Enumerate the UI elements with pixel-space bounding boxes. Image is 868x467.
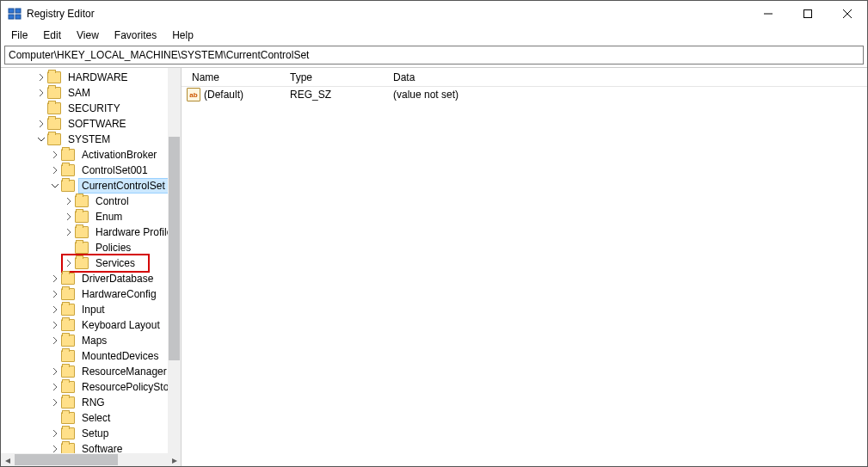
scrollbar-thumb[interactable] (15, 454, 118, 465)
tree-label: RNG (78, 395, 108, 410)
chevron-right-icon[interactable] (49, 430, 61, 437)
svg-rect-2 (9, 15, 14, 19)
chevron-right-icon[interactable] (49, 399, 61, 406)
tree-node-keyboardlayout[interactable]: Keyboard Layout (1, 317, 168, 333)
address-text: Computer\HKEY_LOCAL_MACHINE\SYSTEM\Curre… (9, 49, 309, 61)
tree-node-activationbroker[interactable]: ActivationBroker (1, 147, 168, 163)
chevron-right-icon[interactable] (49, 306, 61, 313)
menu-file[interactable]: File (4, 28, 34, 43)
chevron-right-icon[interactable] (49, 322, 61, 329)
tree-node-control[interactable]: Control (1, 194, 168, 209)
tree-label: ResourceManager (78, 364, 168, 379)
tree-label: Keyboard Layout (78, 317, 163, 333)
chevron-right-icon[interactable] (63, 229, 75, 236)
tree-label: MountedDevices (78, 348, 162, 364)
tree-node-currentcontrolset[interactable]: CurrentControlSet (1, 178, 168, 194)
chevron-right-icon[interactable] (49, 167, 61, 174)
tree-label: HardwareConfig (78, 286, 160, 302)
column-label: Name (187, 71, 219, 83)
tree-node-driverdatabase[interactable]: DriverDatabase (1, 271, 168, 286)
folder-icon (75, 242, 89, 254)
chevron-right-icon[interactable] (49, 384, 61, 390)
tree-label: ControlSet001 (78, 163, 151, 178)
folder-icon (61, 319, 75, 331)
tree-label: Hardware Profiles (92, 224, 168, 240)
chevron-right-icon[interactable] (63, 260, 75, 267)
minimize-button[interactable] (748, 1, 788, 27)
tree-node-hardware[interactable]: HARDWARE (1, 70, 168, 85)
column-data[interactable]: Data (388, 68, 867, 86)
highlight-box: Services (61, 254, 150, 273)
string-value-icon: ab (187, 88, 200, 101)
tree-node-setup[interactable]: Setup (1, 426, 168, 441)
chevron-right-icon[interactable] (49, 445, 61, 452)
tree-node-resourcepolicystore[interactable]: ResourcePolicyStore (1, 379, 168, 395)
tree-node-software[interactable]: SOFTWARE (1, 116, 168, 132)
tree-node-hardwareconfig[interactable]: HardwareConfig (1, 286, 168, 302)
content-area: HARDWARE SAM SECURITY (1, 67, 867, 466)
menu-edit[interactable]: Edit (36, 28, 68, 43)
tree-node-mounteddevices[interactable]: MountedDevices (1, 348, 168, 364)
menu-favorites[interactable]: Favorites (108, 28, 163, 43)
tree-node-system[interactable]: SYSTEM (1, 132, 168, 147)
tree-node-security[interactable]: SECURITY (1, 101, 168, 116)
close-icon (843, 9, 852, 18)
column-type[interactable]: Type (285, 68, 388, 86)
tree-node-input[interactable]: Input (1, 302, 168, 317)
chevron-right-icon[interactable] (49, 275, 61, 282)
folder-icon (61, 273, 75, 285)
tree-node-resourcemanager[interactable]: ResourceManager (1, 364, 168, 379)
chevron-right-icon[interactable] (49, 368, 61, 375)
menu-help[interactable]: Help (165, 28, 200, 43)
chevron-down-icon[interactable] (49, 182, 61, 189)
chevron-right-icon[interactable] (49, 151, 61, 158)
chevron-right-icon[interactable] (35, 120, 47, 127)
tree-node-sam[interactable]: SAM (1, 85, 168, 101)
folder-icon (61, 366, 75, 378)
tree-node-enum[interactable]: Enum (1, 209, 168, 224)
chevron-right-icon[interactable] (49, 291, 61, 298)
chevron-right-icon[interactable] (63, 213, 75, 220)
folder-icon (75, 195, 89, 207)
chevron-right-icon[interactable] (35, 89, 47, 96)
scroll-left-icon[interactable]: ◂ (1, 453, 14, 466)
tree-label: SECURITY (65, 101, 124, 116)
chevron-down-icon[interactable] (35, 136, 47, 143)
close-button[interactable] (828, 1, 867, 27)
tree-node-select[interactable]: Select (1, 410, 168, 426)
folder-icon (61, 427, 75, 439)
maximize-button[interactable] (788, 1, 828, 27)
tree-node-hardwareprofiles[interactable]: Hardware Profiles (1, 224, 168, 240)
tree-vertical-scrollbar[interactable] (168, 68, 181, 453)
folder-icon (61, 180, 75, 192)
tree-label: Input (78, 302, 108, 317)
tree-node-maps[interactable]: Maps (1, 333, 168, 348)
address-bar[interactable]: Computer\HKEY_LOCAL_MACHINE\SYSTEM\Curre… (4, 46, 864, 65)
tree-label: ActivationBroker (78, 147, 160, 163)
window: Registry Editor File Edit View Favorites… (0, 0, 868, 467)
folder-icon (61, 350, 75, 362)
folder-icon (61, 164, 75, 176)
tree-node-rng[interactable]: RNG (1, 395, 168, 410)
chevron-right-icon[interactable] (35, 74, 47, 81)
values-list[interactable]: ab (Default) REG_SZ (value not set) (182, 87, 867, 102)
values-pane: Name Type Data ab (Default) REG_SZ (valu… (182, 68, 867, 466)
tree-node-services[interactable]: Services (1, 255, 168, 271)
chevron-right-icon[interactable] (63, 198, 75, 205)
registry-tree[interactable]: HARDWARE SAM SECURITY (1, 68, 168, 453)
tree-horizontal-scrollbar[interactable]: ◂ ▸ (1, 453, 181, 466)
folder-icon (61, 412, 75, 424)
scrollbar-thumb[interactable] (169, 137, 180, 360)
column-label: Data (393, 71, 415, 83)
scroll-right-icon[interactable]: ▸ (168, 453, 181, 466)
value-row[interactable]: ab (Default) REG_SZ (value not set) (182, 87, 867, 102)
tree-node-controlset001[interactable]: ControlSet001 (1, 163, 168, 178)
tree-node-software2[interactable]: Software (1, 441, 168, 453)
folder-icon (61, 288, 75, 300)
column-name[interactable]: Name (182, 68, 285, 86)
folder-icon (75, 257, 89, 269)
folder-icon (61, 443, 75, 453)
chevron-right-icon[interactable] (49, 337, 61, 344)
menu-view[interactable]: View (70, 28, 106, 43)
folder-icon (75, 211, 89, 223)
